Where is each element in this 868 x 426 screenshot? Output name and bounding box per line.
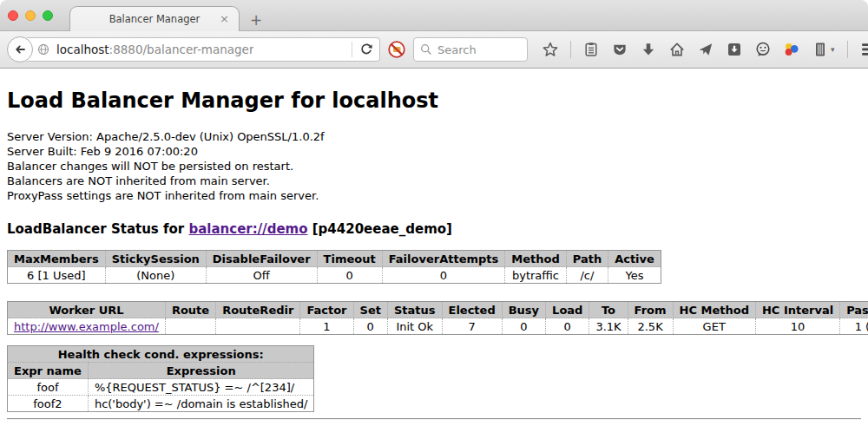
col-hc-interval: HC Interval bbox=[755, 302, 839, 318]
search-bar[interactable] bbox=[413, 37, 528, 62]
server-version-line: Server Version: Apache/2.5.0-dev (Unix) … bbox=[7, 129, 861, 144]
col-to: To bbox=[589, 302, 628, 318]
balancer-settings-table: MaxMembers StickySession DisableFailover… bbox=[7, 250, 661, 284]
inherit-note-line: Balancers are NOT inherited from main se… bbox=[7, 174, 861, 188]
worker-status-table: Worker URL Route RouteRedir Factor Set S… bbox=[7, 301, 868, 335]
col-active: Active bbox=[608, 251, 661, 267]
reload-icon[interactable] bbox=[359, 43, 373, 56]
failoverattempts-value: 0 bbox=[382, 267, 505, 284]
balancer-demo-link[interactable]: balancer://demo bbox=[188, 221, 307, 237]
balancer-data-row: 6 [1 Used] (None) Off 0 0 bytraffic /c/ … bbox=[8, 267, 661, 284]
active-value: Yes bbox=[608, 267, 661, 284]
col-worker-url: Worker URL bbox=[8, 302, 166, 318]
home-icon[interactable] bbox=[668, 41, 686, 58]
url-text: localhost:8880/balancer-manager bbox=[56, 43, 253, 56]
send-tab-icon[interactable] bbox=[697, 41, 714, 58]
col-disablefailover: DisableFailover bbox=[206, 251, 317, 267]
health-row-foof2: foof2 hc('body') =~ /domain is establish… bbox=[8, 396, 314, 412]
col-stickysession: StickySession bbox=[105, 251, 206, 267]
col-factor: Factor bbox=[300, 302, 353, 318]
health-table-title: Health check cond. expressions: bbox=[8, 346, 314, 363]
bookmark-star-icon[interactable] bbox=[542, 41, 559, 58]
health-check-table: Health check cond. expressions: Expr nam… bbox=[7, 345, 314, 412]
col-expression: Expression bbox=[88, 363, 314, 379]
new-tab-button[interactable]: + bbox=[250, 13, 262, 28]
window-controls bbox=[8, 10, 53, 21]
toolbar-end-icons bbox=[847, 41, 868, 58]
download-box-icon[interactable] bbox=[726, 41, 743, 58]
method-value: bytraffic bbox=[505, 267, 566, 284]
load-value: 0 bbox=[546, 318, 589, 335]
close-window-button[interactable] bbox=[8, 10, 18, 21]
status-heading-prefix: LoadBalancer Status for bbox=[7, 221, 188, 237]
routeredir-value bbox=[216, 318, 300, 335]
proxypass-note-line: ProxyPass settings are NOT inherited fro… bbox=[7, 188, 861, 203]
url-group: localhost:8880/balancer-manager bbox=[7, 36, 380, 62]
factor-value: 1 bbox=[300, 318, 353, 335]
col-hc-method: HC Method bbox=[673, 302, 755, 318]
tab-title: Balancer Manager bbox=[109, 13, 201, 25]
col-passes: Passes bbox=[840, 302, 868, 318]
smiley-icon[interactable] bbox=[754, 41, 772, 58]
col-busy: Busy bbox=[502, 302, 545, 318]
plugin-blocked-icon[interactable] bbox=[387, 40, 406, 59]
bottom-divider bbox=[7, 418, 861, 420]
downloads-icon[interactable] bbox=[640, 41, 657, 58]
pocket-icon[interactable] bbox=[611, 41, 628, 58]
reading-list-icon[interactable] bbox=[582, 41, 600, 58]
page-content: Load Balancer Manager for localhost Serv… bbox=[0, 69, 868, 426]
back-button[interactable] bbox=[7, 36, 33, 62]
expr-name-foof2: foof2 bbox=[8, 396, 89, 412]
browser-window: Balancer Manager × + localhost:8880/bala… bbox=[0, 0, 868, 426]
col-maxmembers: MaxMembers bbox=[8, 251, 106, 267]
from-value: 2.5K bbox=[628, 318, 673, 335]
navigation-toolbar: localhost:8880/balancer-manager bbox=[0, 31, 868, 69]
status-heading-suffix: [p4420eeae_demo] bbox=[308, 221, 452, 237]
busy-value: 0 bbox=[502, 318, 545, 335]
col-timeout: Timeout bbox=[317, 251, 382, 267]
path-value: /c/ bbox=[566, 267, 608, 284]
hc-interval-value: 10 bbox=[755, 318, 839, 335]
url-host: localhost bbox=[56, 43, 109, 56]
zoom-window-button[interactable] bbox=[43, 10, 53, 21]
stickysession-value: (None) bbox=[105, 267, 206, 284]
tab-balancer-manager[interactable]: Balancer Manager × bbox=[69, 6, 240, 31]
tab-close-icon[interactable]: × bbox=[220, 13, 229, 24]
set-value: 0 bbox=[353, 318, 387, 335]
loadbalancer-status-heading: LoadBalancer Status for balancer://demo … bbox=[7, 221, 861, 237]
titlebar: Balancer Manager × + bbox=[0, 0, 868, 31]
url-bar[interactable]: localhost:8880/balancer-manager bbox=[27, 37, 380, 62]
server-built-line: Server Built: Feb 9 2016 07:00:20 bbox=[7, 144, 861, 159]
health-row-foof: foof %{REQUEST_STATUS} =~ /^[234]/ bbox=[8, 379, 314, 396]
col-expr-name: Expr name bbox=[8, 363, 89, 379]
minimize-window-button[interactable] bbox=[25, 10, 36, 21]
hc-method-value: GET bbox=[673, 318, 755, 335]
worker-url-link[interactable]: http://www.example.com/ bbox=[14, 320, 159, 333]
chevron-down-icon[interactable]: ▾ bbox=[831, 45, 835, 54]
url-path: :8880/balancer-manager bbox=[109, 43, 254, 56]
search-input[interactable] bbox=[437, 43, 511, 56]
col-from: From bbox=[628, 302, 673, 318]
expr-name-foof: foof bbox=[8, 379, 89, 396]
status-value: Init Ok bbox=[387, 318, 442, 335]
toolbar-separator-2 bbox=[847, 41, 848, 58]
elected-value: 7 bbox=[442, 318, 502, 335]
back-arrow-icon bbox=[13, 43, 27, 56]
health-header-row: Expr name Expression bbox=[8, 363, 314, 379]
col-status: Status bbox=[387, 302, 442, 318]
container-icon[interactable]: ▾ bbox=[812, 41, 835, 58]
video-downloadhelper-icon[interactable] bbox=[783, 41, 800, 58]
search-icon bbox=[420, 43, 432, 56]
menu-hamburger-icon[interactable] bbox=[861, 43, 868, 56]
col-method: Method bbox=[505, 251, 566, 267]
page-title: Load Balancer Manager for localhost bbox=[7, 69, 861, 113]
col-elected: Elected bbox=[442, 302, 502, 318]
health-title-row: Health check cond. expressions: bbox=[8, 346, 314, 363]
col-route: Route bbox=[165, 302, 215, 318]
col-load: Load bbox=[546, 302, 589, 318]
col-set: Set bbox=[353, 302, 387, 318]
col-routeredir: RouteRedir bbox=[216, 302, 300, 318]
globe-icon bbox=[37, 43, 49, 56]
col-failoverattempts: FailoverAttempts bbox=[382, 251, 505, 267]
balancer-header-row: MaxMembers StickySession DisableFailover… bbox=[8, 251, 661, 267]
